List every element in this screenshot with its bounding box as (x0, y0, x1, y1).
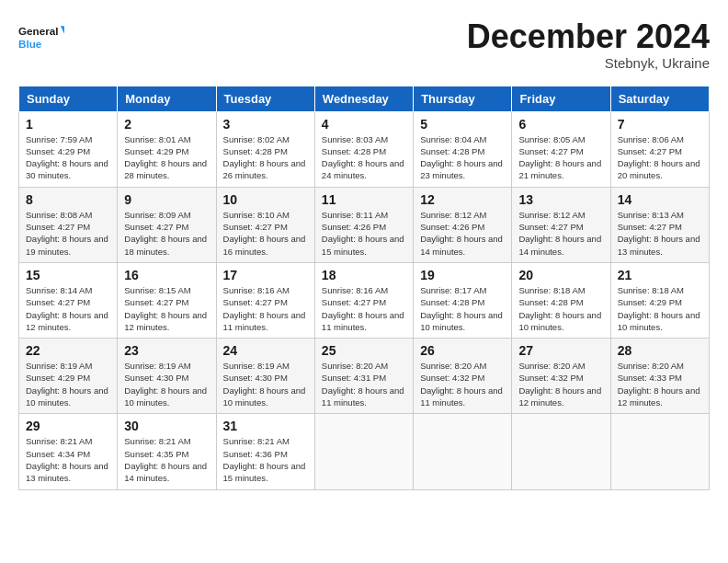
day-info: Sunrise: 8:14 AM Sunset: 4:27 PM Dayligh… (26, 284, 110, 333)
table-cell: 17 Sunrise: 8:16 AM Sunset: 4:27 PM Dayl… (216, 262, 314, 338)
day-info: Sunrise: 8:08 AM Sunset: 4:27 PM Dayligh… (26, 209, 110, 258)
table-cell: 1 Sunrise: 7:59 AM Sunset: 4:29 PM Dayli… (19, 111, 118, 187)
table-cell: 30 Sunrise: 8:21 AM Sunset: 4:35 PM Dayl… (118, 414, 216, 489)
day-number: 26 (420, 343, 505, 358)
col-tuesday: Tuesday (216, 86, 314, 111)
day-info: Sunrise: 8:09 AM Sunset: 4:27 PM Dayligh… (124, 209, 209, 258)
day-number: 6 (518, 117, 603, 132)
day-info: Sunrise: 8:16 AM Sunset: 4:27 PM Dayligh… (223, 284, 308, 333)
table-cell: 8 Sunrise: 8:08 AM Sunset: 4:27 PM Dayli… (19, 187, 118, 262)
table-cell (314, 414, 413, 489)
day-info: Sunrise: 8:21 AM Sunset: 4:35 PM Dayligh… (124, 435, 209, 484)
table-cell (414, 414, 512, 489)
day-number: 14 (618, 192, 702, 207)
day-number: 15 (26, 268, 110, 282)
svg-text:General: General (18, 25, 58, 37)
day-number: 25 (322, 343, 406, 358)
day-number: 23 (124, 343, 209, 358)
svg-text:Blue: Blue (18, 38, 42, 50)
table-cell: 14 Sunrise: 8:13 AM Sunset: 4:27 PM Dayl… (610, 187, 709, 262)
day-number: 27 (518, 343, 603, 358)
day-info: Sunrise: 8:20 AM Sunset: 4:31 PM Dayligh… (322, 360, 406, 408)
day-info: Sunrise: 8:20 AM Sunset: 4:33 PM Dayligh… (618, 360, 702, 408)
table-cell: 5 Sunrise: 8:04 AM Sunset: 4:28 PM Dayli… (414, 111, 512, 187)
table-cell: 2 Sunrise: 8:01 AM Sunset: 4:29 PM Dayli… (118, 111, 216, 187)
location-subtitle: Stebnyk, Ukraine (467, 55, 710, 71)
day-info: Sunrise: 8:02 AM Sunset: 4:28 PM Dayligh… (223, 133, 308, 182)
day-info: Sunrise: 8:21 AM Sunset: 4:34 PM Dayligh… (26, 435, 110, 484)
day-number: 3 (223, 117, 308, 132)
day-number: 4 (322, 117, 406, 132)
table-cell: 18 Sunrise: 8:16 AM Sunset: 4:27 PM Dayl… (314, 262, 413, 338)
table-cell: 22 Sunrise: 8:19 AM Sunset: 4:29 PM Dayl… (19, 339, 118, 414)
table-cell: 21 Sunrise: 8:18 AM Sunset: 4:29 PM Dayl… (610, 262, 709, 338)
table-cell: 23 Sunrise: 8:19 AM Sunset: 4:30 PM Dayl… (118, 339, 216, 414)
day-number: 24 (223, 343, 308, 358)
table-cell: 10 Sunrise: 8:10 AM Sunset: 4:27 PM Dayl… (216, 187, 314, 262)
day-info: Sunrise: 8:12 AM Sunset: 4:27 PM Dayligh… (518, 209, 603, 258)
table-cell (610, 414, 709, 489)
day-info: Sunrise: 8:15 AM Sunset: 4:27 PM Dayligh… (124, 284, 209, 333)
day-number: 19 (420, 268, 505, 282)
day-info: Sunrise: 8:17 AM Sunset: 4:28 PM Dayligh… (420, 284, 505, 333)
day-number: 20 (518, 268, 603, 282)
day-info: Sunrise: 8:13 AM Sunset: 4:27 PM Dayligh… (618, 209, 702, 258)
table-cell (512, 414, 610, 489)
table-cell: 26 Sunrise: 8:20 AM Sunset: 4:32 PM Dayl… (414, 339, 512, 414)
day-info: Sunrise: 8:10 AM Sunset: 4:27 PM Dayligh… (223, 209, 308, 258)
day-info: Sunrise: 7:59 AM Sunset: 4:29 PM Dayligh… (26, 133, 110, 182)
page-header: General Blue December 2024 Stebnyk, Ukra… (18, 18, 710, 71)
day-number: 5 (420, 117, 505, 132)
table-cell: 4 Sunrise: 8:03 AM Sunset: 4:28 PM Dayli… (314, 111, 413, 187)
day-number: 31 (223, 419, 308, 433)
col-friday: Friday (512, 86, 610, 111)
table-cell: 25 Sunrise: 8:20 AM Sunset: 4:31 PM Dayl… (314, 339, 413, 414)
table-cell: 16 Sunrise: 8:15 AM Sunset: 4:27 PM Dayl… (118, 262, 216, 338)
day-number: 16 (124, 268, 209, 282)
day-number: 8 (26, 192, 110, 207)
day-number: 12 (420, 192, 505, 207)
day-number: 2 (124, 117, 209, 132)
day-info: Sunrise: 8:21 AM Sunset: 4:36 PM Dayligh… (223, 435, 308, 484)
table-cell: 27 Sunrise: 8:20 AM Sunset: 4:32 PM Dayl… (512, 339, 610, 414)
day-info: Sunrise: 8:06 AM Sunset: 4:27 PM Dayligh… (618, 133, 702, 182)
month-title: December 2024 (467, 18, 710, 55)
table-cell: 12 Sunrise: 8:12 AM Sunset: 4:26 PM Dayl… (414, 187, 512, 262)
calendar-table: Sunday Monday Tuesday Wednesday Thursday… (18, 86, 710, 490)
day-info: Sunrise: 8:03 AM Sunset: 4:28 PM Dayligh… (322, 133, 406, 182)
calendar-body: 1 Sunrise: 7:59 AM Sunset: 4:29 PM Dayli… (19, 111, 710, 489)
day-info: Sunrise: 8:20 AM Sunset: 4:32 PM Dayligh… (420, 360, 505, 408)
day-number: 7 (618, 117, 702, 132)
table-cell: 3 Sunrise: 8:02 AM Sunset: 4:28 PM Dayli… (216, 111, 314, 187)
table-cell: 11 Sunrise: 8:11 AM Sunset: 4:26 PM Dayl… (314, 187, 413, 262)
table-cell: 24 Sunrise: 8:19 AM Sunset: 4:30 PM Dayl… (216, 339, 314, 414)
logo: General Blue (18, 18, 64, 55)
table-cell: 20 Sunrise: 8:18 AM Sunset: 4:28 PM Dayl… (512, 262, 610, 338)
day-info: Sunrise: 8:19 AM Sunset: 4:30 PM Dayligh… (124, 360, 209, 408)
table-cell: 13 Sunrise: 8:12 AM Sunset: 4:27 PM Dayl… (512, 187, 610, 262)
week-row-3: 15 Sunrise: 8:14 AM Sunset: 4:27 PM Dayl… (19, 262, 710, 338)
table-cell: 9 Sunrise: 8:09 AM Sunset: 4:27 PM Dayli… (118, 187, 216, 262)
col-sunday: Sunday (19, 86, 118, 111)
week-row-5: 29 Sunrise: 8:21 AM Sunset: 4:34 PM Dayl… (19, 414, 710, 489)
table-cell: 15 Sunrise: 8:14 AM Sunset: 4:27 PM Dayl… (19, 262, 118, 338)
day-info: Sunrise: 8:18 AM Sunset: 4:28 PM Dayligh… (518, 284, 603, 333)
title-block: December 2024 Stebnyk, Ukraine (467, 18, 710, 71)
day-number: 30 (124, 419, 209, 433)
day-info: Sunrise: 8:19 AM Sunset: 4:29 PM Dayligh… (26, 360, 110, 408)
day-info: Sunrise: 8:05 AM Sunset: 4:27 PM Dayligh… (518, 133, 603, 182)
col-thursday: Thursday (414, 86, 512, 111)
day-number: 29 (26, 419, 110, 433)
svg-marker-2 (61, 26, 64, 33)
day-info: Sunrise: 8:20 AM Sunset: 4:32 PM Dayligh… (518, 360, 603, 408)
table-cell: 7 Sunrise: 8:06 AM Sunset: 4:27 PM Dayli… (610, 111, 709, 187)
week-row-2: 8 Sunrise: 8:08 AM Sunset: 4:27 PM Dayli… (19, 187, 710, 262)
day-info: Sunrise: 8:04 AM Sunset: 4:28 PM Dayligh… (420, 133, 505, 182)
day-number: 17 (223, 268, 308, 282)
header-row: Sunday Monday Tuesday Wednesday Thursday… (19, 86, 710, 111)
day-number: 21 (618, 268, 702, 282)
day-number: 22 (26, 343, 110, 358)
day-info: Sunrise: 8:12 AM Sunset: 4:26 PM Dayligh… (420, 209, 505, 258)
table-cell: 19 Sunrise: 8:17 AM Sunset: 4:28 PM Dayl… (414, 262, 512, 338)
col-wednesday: Wednesday (314, 86, 413, 111)
